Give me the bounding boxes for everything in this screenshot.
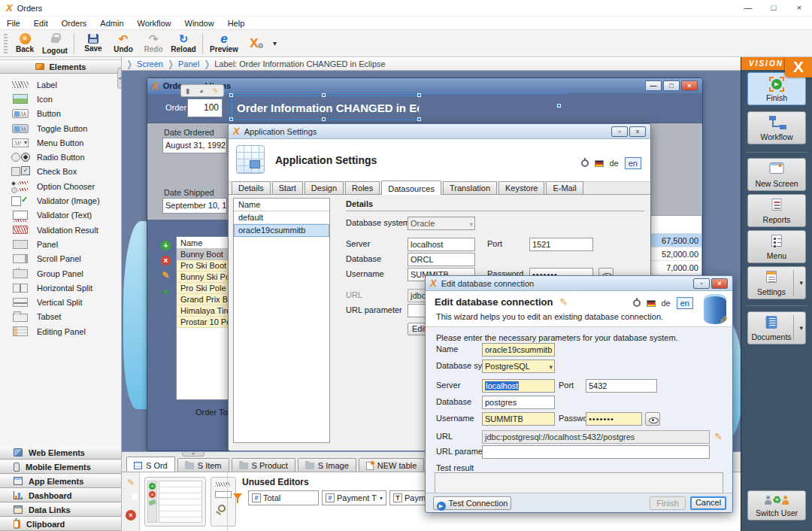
- tab-start[interactable]: Start: [272, 181, 303, 194]
- elements-header[interactable]: Elements: [0, 59, 121, 74]
- table-cell[interactable]: 7,000.00: [647, 261, 701, 275]
- table-layout-thumbnail[interactable]: +×: [144, 477, 206, 526]
- editor-chip-total[interactable]: # Total: [248, 490, 319, 505]
- palette-item-option-chooser[interactable]: Option Chooser: [0, 179, 121, 193]
- breadcrumb-panel[interactable]: Panel: [178, 59, 199, 68]
- remove-icon[interactable]: ×: [126, 510, 136, 520]
- palette-item-horizontal-split[interactable]: Horizontal Split: [0, 281, 121, 295]
- visionx-tool-button[interactable]: X: [241, 31, 267, 56]
- edit-pencil-icon[interactable]: ✎: [213, 87, 219, 95]
- back-button[interactable]: « Back: [10, 31, 40, 56]
- username-field[interactable]: SUMMITB: [482, 412, 555, 426]
- table-cell[interactable]: 52,000.00: [647, 247, 701, 261]
- palette-item-panel[interactable]: Panel: [0, 237, 121, 251]
- menu-file[interactable]: File: [0, 18, 27, 29]
- orders-window-titlebar[interactable]: X Orders and Items — □ ×: [147, 78, 702, 93]
- name-field[interactable]: oracle19csummitb: [482, 343, 555, 357]
- selection-handle[interactable]: [417, 117, 421, 121]
- menu-edit[interactable]: Edit: [27, 18, 55, 29]
- menu-window[interactable]: Window: [178, 18, 221, 29]
- date-shipped-field[interactable]: September 10, 1992: [162, 198, 227, 214]
- close-button[interactable]: ×: [711, 278, 728, 289]
- dialog-titlebar[interactable]: X Application Settings ▫ ×: [229, 124, 650, 139]
- menu-admin[interactable]: Admin: [93, 18, 130, 29]
- edit-pencil-icon[interactable]: ✎: [126, 477, 136, 487]
- palette-item-validator-image[interactable]: Validator (Image): [0, 193, 121, 208]
- section-clipboard[interactable]: Clipboard: [0, 517, 121, 531]
- selection-handle[interactable]: [229, 93, 233, 97]
- palette-item-button[interactable]: Button: [0, 107, 121, 121]
- order-id-field[interactable]: 100: [187, 99, 223, 117]
- test-result-area[interactable]: [435, 472, 723, 493]
- palette-item-icon[interactable]: Icon: [0, 92, 121, 106]
- preview-button[interactable]: e Preview: [207, 31, 241, 56]
- toolbar-grip[interactable]: [4, 34, 8, 53]
- flag-icon[interactable]: [595, 160, 604, 167]
- selection-handle[interactable]: [322, 117, 326, 121]
- palette-item-validator-text[interactable]: Validator (Text): [0, 208, 121, 223]
- dialog-titlebar[interactable]: X Edit database connection ▫ ×: [426, 276, 732, 291]
- palette-item-validation-result[interactable]: Validation Result: [0, 223, 121, 237]
- close-button[interactable]: ×: [681, 80, 698, 91]
- menu-orders[interactable]: Orders: [55, 18, 94, 29]
- database-system-select[interactable]: PostgreSQL: [482, 360, 555, 373]
- breadcrumb-screen[interactable]: Screen: [137, 59, 163, 68]
- switch-user-button[interactable]: ♻ Switch User: [747, 490, 806, 520]
- server-field[interactable]: localhost: [482, 379, 555, 393]
- tab-s-product[interactable]: S Product: [232, 458, 295, 472]
- editor-chip-payment-type-id[interactable]: # Payment Type Id ▾: [322, 490, 386, 505]
- port-field[interactable]: 5432: [586, 379, 657, 393]
- section-app-elements[interactable]: App Elements: [0, 474, 121, 488]
- logout-button[interactable]: Logout: [40, 31, 70, 56]
- tab-new-table[interactable]: NEW table: [359, 458, 425, 472]
- new-screen-button[interactable]: New Screen: [747, 158, 806, 191]
- table-cell[interactable]: 67,500.00: [647, 234, 701, 247]
- date-ordered-field[interactable]: August 31, 1992, 12: [162, 138, 227, 153]
- order-heading-label[interactable]: Order Information CHANGED in Eclipse: [232, 96, 420, 120]
- palette-item-label[interactable]: Label: [0, 77, 121, 92]
- restore-button[interactable]: ▫: [611, 126, 628, 137]
- list-header-name[interactable]: Name: [234, 199, 329, 211]
- close-button[interactable]: ×: [629, 126, 646, 137]
- component-icon[interactable]: ▮: [186, 87, 189, 95]
- list-item-selected[interactable]: oracle19csummitb: [234, 224, 329, 237]
- server-field[interactable]: localhost: [408, 238, 475, 251]
- redo-button[interactable]: ↷ Redo: [138, 31, 168, 56]
- datasource-list[interactable]: Name default oracle19csummitb: [233, 198, 330, 443]
- timer-icon[interactable]: [633, 299, 641, 307]
- palette-item-group-panel[interactable]: Group Panel: [0, 266, 121, 281]
- palette-item-editing-panel[interactable]: Editing Panel: [0, 324, 121, 338]
- editor-chip-payment[interactable]: T Paymen: [389, 490, 430, 505]
- language-en-selected[interactable]: en: [625, 157, 641, 169]
- language-en-selected[interactable]: en: [677, 297, 693, 309]
- timer-icon[interactable]: [581, 159, 589, 167]
- palette-item-tabset[interactable]: Tabset: [0, 310, 121, 324]
- minimize-button[interactable]: —: [735, 0, 761, 16]
- tab-s-ord[interactable]: S Ord: [126, 457, 175, 472]
- search-layout-thumbnail[interactable]: [211, 477, 236, 526]
- selection-handle[interactable]: [417, 93, 421, 97]
- tab-design[interactable]: Design: [304, 181, 344, 194]
- palette-item-scroll-panel[interactable]: Scroll Panel: [0, 252, 121, 266]
- show-password-button[interactable]: [645, 412, 660, 426]
- database-system-select[interactable]: Oracle: [408, 217, 475, 230]
- menu-button[interactable]: Menu: [747, 230, 806, 263]
- palette-item-check-box[interactable]: Check Box: [0, 165, 121, 179]
- reload-button[interactable]: ↻ Reload: [168, 31, 198, 56]
- reports-button[interactable]: Reports: [747, 194, 806, 227]
- test-connection-button[interactable]: ▶Test Connection: [433, 496, 511, 510]
- tab-datasources[interactable]: Datasources: [381, 181, 441, 195]
- url-parameter-field[interactable]: [482, 445, 710, 459]
- list-item[interactable]: default: [234, 211, 329, 224]
- database-field[interactable]: postgres: [482, 396, 555, 409]
- maximize-button[interactable]: □: [761, 0, 786, 16]
- selection-handle[interactable]: [557, 104, 561, 108]
- edit-url-pencil-icon[interactable]: ✎: [714, 431, 723, 442]
- tab-details[interactable]: Details: [232, 181, 271, 194]
- toolbar-dropdown-icon[interactable]: ▾: [273, 39, 277, 47]
- selection-handle[interactable]: [229, 117, 233, 121]
- tab-s-item[interactable]: S Item: [177, 458, 229, 472]
- tab-keystore[interactable]: Keystore: [498, 181, 544, 194]
- palette-item-menu-button[interactable]: Menu Button: [0, 135, 121, 150]
- section-dashboard[interactable]: Dashboard: [0, 488, 121, 502]
